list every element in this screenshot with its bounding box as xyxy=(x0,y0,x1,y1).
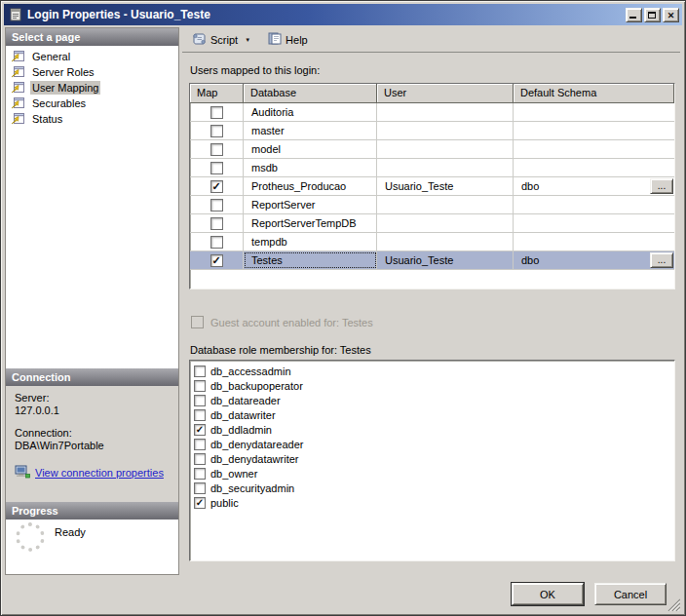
role-checkbox[interactable] xyxy=(194,468,206,480)
map-checkbox[interactable]: ✓ xyxy=(210,254,223,267)
schema-cell[interactable]: ... xyxy=(514,233,674,250)
map-cell xyxy=(190,122,244,139)
role-label: db_ddladmin xyxy=(210,424,272,436)
map-checkbox[interactable] xyxy=(210,217,223,230)
script-dropdown-icon[interactable]: ▼ xyxy=(245,37,250,43)
database-cell[interactable]: Auditoria xyxy=(244,103,377,121)
page-icon xyxy=(11,65,25,80)
user-mapping-table: Map Database User Default Schema Auditor… xyxy=(189,83,675,289)
role-list-item[interactable]: db_backupoperator xyxy=(190,378,674,393)
schema-cell[interactable]: ... xyxy=(514,122,674,139)
script-button[interactable]: Script ▼ xyxy=(187,29,255,50)
user-cell[interactable] xyxy=(377,214,514,232)
map-checkbox[interactable]: ✓ xyxy=(210,180,223,193)
schema-cell[interactable]: ... xyxy=(514,140,674,158)
database-cell-text: msdb xyxy=(251,162,278,173)
table-row[interactable]: ReportServerTempDB ... xyxy=(190,214,674,233)
minimize-button[interactable] xyxy=(626,8,642,22)
map-cell: ✓ xyxy=(190,177,244,195)
help-button-label: Help xyxy=(286,34,308,46)
user-cell[interactable]: Usuario_Teste xyxy=(377,251,514,269)
sidebar-page-item[interactable]: Securables xyxy=(6,96,178,111)
schema-cell[interactable]: ... xyxy=(514,214,674,232)
titlebar[interactable]: Login Properties - Usuario_Teste ✕ xyxy=(4,4,682,25)
role-list-item[interactable]: db_denydatareader xyxy=(190,437,674,451)
help-button[interactable]: Help xyxy=(263,29,313,50)
role-checkbox[interactable]: ✓ xyxy=(194,424,206,436)
window-controls: ✕ xyxy=(626,8,679,22)
ok-button[interactable]: OK xyxy=(512,583,584,605)
database-cell[interactable]: model xyxy=(244,140,377,158)
database-cell[interactable]: Testes xyxy=(244,251,377,269)
maximize-icon xyxy=(648,12,656,19)
column-header-default-schema[interactable]: Default Schema xyxy=(514,84,674,103)
role-list-item[interactable]: db_datareader xyxy=(190,393,674,407)
schema-cell[interactable]: dbo ... xyxy=(514,177,674,195)
user-cell[interactable] xyxy=(377,103,514,121)
map-checkbox[interactable] xyxy=(210,199,223,212)
table-row[interactable]: ReportServer ... xyxy=(190,196,674,214)
user-cell[interactable] xyxy=(377,233,514,250)
sidebar-page-item[interactable]: User Mapping xyxy=(6,80,178,96)
database-cell[interactable]: master xyxy=(244,122,377,139)
table-row[interactable]: msdb ... xyxy=(190,159,674,177)
server-value: 127.0.0.1 xyxy=(15,404,170,417)
table-row[interactable]: master ... xyxy=(190,122,674,140)
sidebar-page-item[interactable]: Server Roles xyxy=(6,64,178,80)
table-row[interactable]: Auditoria ... xyxy=(190,103,674,122)
column-header-database[interactable]: Database xyxy=(244,84,377,103)
role-checkbox[interactable] xyxy=(194,482,206,494)
role-checkbox[interactable] xyxy=(194,395,206,406)
close-button[interactable]: ✕ xyxy=(663,8,679,22)
database-cell[interactable]: ReportServer xyxy=(244,196,377,213)
user-cell[interactable] xyxy=(377,159,514,176)
user-cell[interactable] xyxy=(377,196,514,213)
map-cell: ✓ xyxy=(190,251,244,269)
user-cell[interactable]: Usuario_Teste xyxy=(377,177,514,195)
role-list-item[interactable]: db_accessadmin xyxy=(190,364,674,378)
map-checkbox[interactable] xyxy=(210,162,223,174)
database-cell[interactable]: Protheus_Producao xyxy=(244,177,377,195)
maximize-button[interactable] xyxy=(644,8,661,22)
database-cell[interactable]: ReportServerTempDB xyxy=(244,214,377,232)
column-header-user[interactable]: User xyxy=(377,84,514,103)
database-cell[interactable]: msdb xyxy=(244,159,377,176)
map-checkbox[interactable] xyxy=(210,143,223,156)
role-list-item[interactable]: db_datawriter xyxy=(190,407,674,422)
schema-cell[interactable]: ... xyxy=(514,103,674,121)
role-list-item[interactable]: ✓ db_ddladmin xyxy=(190,422,674,437)
role-checkbox[interactable] xyxy=(194,409,206,421)
role-checkbox[interactable]: ✓ xyxy=(194,497,206,509)
role-checkbox[interactable] xyxy=(194,439,206,450)
user-cell[interactable] xyxy=(377,122,514,139)
schema-cell[interactable]: ... xyxy=(514,159,674,176)
map-checkbox[interactable] xyxy=(210,236,223,249)
table-row[interactable]: tempdb ... xyxy=(190,233,674,251)
map-checkbox[interactable] xyxy=(210,106,223,119)
role-checkbox[interactable] xyxy=(194,366,206,377)
sidebar-page-item[interactable]: Status xyxy=(6,111,178,127)
resize-grip[interactable] xyxy=(667,598,680,611)
role-checkbox[interactable] xyxy=(194,453,206,465)
role-list-item[interactable]: ✓ public xyxy=(190,495,674,510)
schema-cell[interactable]: ... xyxy=(514,196,674,213)
table-row[interactable]: ✓ Protheus_Producao Usuario_Teste dbo ..… xyxy=(190,177,674,196)
browse-schema-button[interactable]: ... xyxy=(650,178,673,194)
schema-cell[interactable]: dbo ... xyxy=(514,251,674,269)
role-list-item[interactable]: db_denydatawriter xyxy=(190,451,674,466)
role-checkbox[interactable] xyxy=(194,380,206,392)
schema-cell-text: dbo xyxy=(521,180,539,192)
user-cell[interactable] xyxy=(377,140,514,158)
view-connection-properties-link[interactable]: View connection properties xyxy=(35,467,164,479)
sidebar-page-item[interactable]: General xyxy=(6,49,178,64)
map-checkbox[interactable] xyxy=(210,125,223,137)
table-row[interactable]: model ... xyxy=(190,140,674,159)
database-cell[interactable]: tempdb xyxy=(244,233,377,250)
progress-header: Progress xyxy=(6,502,178,520)
cancel-button[interactable]: Cancel xyxy=(594,583,667,605)
column-header-map[interactable]: Map xyxy=(190,84,244,103)
role-list-item[interactable]: db_securityadmin xyxy=(190,481,674,495)
table-row[interactable]: ✓ Testes Usuario_Teste dbo ... xyxy=(190,251,674,270)
role-list-item[interactable]: db_owner xyxy=(190,466,674,481)
browse-schema-button[interactable]: ... xyxy=(650,252,673,268)
